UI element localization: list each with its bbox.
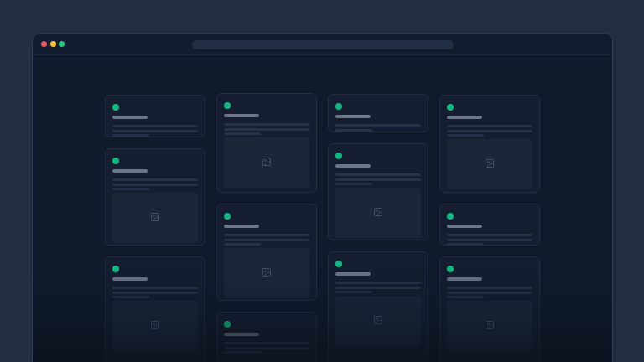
status-dot-icon: [447, 266, 454, 272]
skeleton-text-line-short: [335, 129, 372, 132]
status-dot-icon: [335, 261, 342, 267]
skeleton-text-line: [335, 287, 421, 289]
image-icon: [485, 157, 495, 172]
skeleton-text-line: [224, 347, 309, 349]
image-icon: [262, 155, 272, 170]
traffic-light-close-button[interactable]: [41, 41, 47, 47]
masonry-column-3: [328, 94, 428, 362]
skeleton-title: [112, 169, 148, 173]
skeleton-text-line: [335, 178, 421, 181]
skeleton-text-line: [335, 173, 421, 176]
post-card[interactable]: [105, 256, 205, 362]
skeleton-text-line: [224, 342, 309, 344]
post-card[interactable]: [216, 93, 317, 193]
skeleton-title: [112, 116, 148, 119]
image-placeholder: [224, 248, 309, 298]
skeleton-text-line: [224, 123, 309, 126]
masonry-column-4: [439, 95, 540, 362]
masonry-column-1: [105, 95, 205, 362]
traffic-light-maximize-button[interactable]: [59, 41, 65, 47]
skeleton-text-line-short: [335, 183, 372, 185]
browser-window: [32, 33, 613, 362]
skeleton-text-line: [224, 234, 309, 236]
content-area: [33, 93, 612, 362]
image-placeholder: [335, 188, 421, 238]
skeleton-title: [335, 115, 371, 118]
desktop-background: [0, 0, 644, 362]
status-dot-icon: [335, 103, 342, 110]
post-card[interactable]: [328, 143, 428, 240]
image-icon: [150, 210, 160, 225]
skeleton-text-line: [447, 239, 532, 241]
skeleton-title: [447, 116, 482, 119]
post-card[interactable]: [328, 94, 428, 132]
skeleton-title: [224, 333, 259, 336]
skeleton-text-line-short: [447, 296, 484, 298]
skeleton-text-line-short: [335, 291, 372, 293]
image-placeholder: [447, 139, 532, 189]
skeleton-title: [335, 164, 371, 168]
skeleton-text-line: [112, 292, 198, 294]
image-placeholder: [447, 301, 532, 351]
post-card[interactable]: [216, 204, 317, 301]
skeleton-text-line: [112, 184, 198, 186]
status-dot-icon: [112, 104, 119, 111]
post-card[interactable]: [105, 95, 205, 137]
skeleton-text-line: [447, 234, 532, 236]
skeleton-text-line-short: [447, 134, 484, 137]
image-icon: [373, 313, 383, 328]
post-card[interactable]: [439, 256, 540, 362]
skeleton-title: [335, 272, 371, 276]
traffic-light-minimize-button[interactable]: [50, 41, 56, 47]
skeleton-text-line: [447, 287, 532, 289]
image-placeholder: [112, 193, 198, 243]
skeleton-text-line: [112, 125, 198, 127]
traffic-lights: [41, 41, 65, 47]
image-placeholder: [224, 137, 309, 188]
skeleton-title: [224, 225, 259, 228]
skeleton-text-line-short: [447, 243, 484, 246]
skeleton-text-line-short: [224, 351, 261, 354]
status-dot-icon: [112, 158, 119, 164]
skeleton-text-line: [447, 130, 532, 132]
skeleton-text-line: [335, 124, 421, 127]
post-card[interactable]: [439, 95, 540, 193]
url-bar[interactable]: [192, 40, 454, 49]
image-icon: [262, 266, 272, 281]
skeleton-text-line-short: [224, 132, 261, 135]
image-placeholder: [112, 301, 198, 351]
skeleton-text-line: [447, 125, 532, 127]
skeleton-text-line: [112, 178, 198, 181]
skeleton-text-line: [224, 128, 309, 131]
skeleton-text-line: [112, 287, 198, 289]
masonry-grid: [105, 93, 540, 362]
image-icon: [150, 318, 160, 334]
status-dot-icon: [224, 213, 231, 220]
status-dot-icon: [224, 321, 231, 328]
skeleton-title: [447, 225, 482, 228]
post-card[interactable]: [105, 148, 205, 246]
skeleton-text-line: [447, 292, 532, 294]
post-card[interactable]: [216, 312, 317, 362]
image-icon: [373, 205, 383, 220]
skeleton-text-line: [335, 282, 421, 284]
skeleton-title: [447, 277, 482, 281]
titlebar: [33, 34, 612, 55]
skeleton-text-line-short: [112, 134, 149, 137]
skeleton-text-line: [112, 130, 198, 132]
skeleton-text-line-short: [112, 296, 149, 298]
skeleton-text-line-short: [112, 188, 149, 190]
post-card[interactable]: [328, 251, 428, 362]
status-dot-icon: [224, 102, 231, 109]
image-placeholder: [335, 296, 421, 346]
masonry-column-2: [216, 93, 317, 362]
status-dot-icon: [447, 213, 454, 220]
skeleton-title: [224, 114, 259, 117]
skeleton-title: [112, 277, 148, 281]
status-dot-icon: [447, 104, 454, 111]
post-card[interactable]: [439, 204, 540, 246]
status-dot-icon: [335, 153, 342, 159]
skeleton-text-line-short: [224, 243, 261, 246]
skeleton-text-line: [224, 239, 309, 241]
status-dot-icon: [112, 266, 119, 272]
